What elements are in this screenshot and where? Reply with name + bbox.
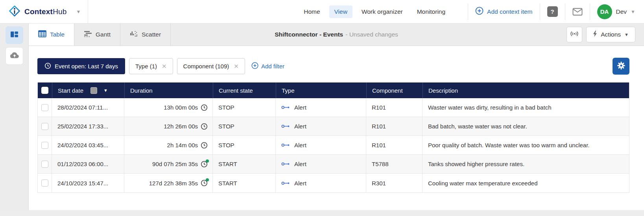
mail-icon[interactable] (572, 8, 583, 16)
top-bar: ContextHub ▼ Home View Work organizer Mo… (0, 0, 644, 24)
filter-bar: Event open: Last 7 days Type (1) ✕ Compo… (37, 58, 629, 75)
event-type-icon (281, 123, 290, 130)
row-checkbox[interactable] (41, 104, 48, 111)
clock-icon (201, 104, 208, 111)
cell-component: R101 (366, 98, 423, 117)
table-row[interactable]: 24/10/2023 15:47... 127d 22h 38m 35s STA… (38, 174, 629, 192)
user-name: Dev (616, 8, 627, 15)
cell-component: T5788 (366, 155, 423, 173)
broadcast-button[interactable] (566, 27, 582, 42)
row-checkbox[interactable] (41, 179, 48, 187)
divider (565, 4, 565, 20)
nav-home[interactable]: Home (299, 5, 325, 18)
cell-type: Alert (276, 136, 366, 154)
cell-current-state: START (213, 174, 276, 192)
cell-current-state: START (213, 155, 276, 173)
table-icon (38, 30, 46, 39)
row-checkbox[interactable] (41, 161, 48, 168)
dashboard-layout-button[interactable] (6, 26, 23, 44)
table-settings-button[interactable] (613, 58, 629, 75)
running-indicator (206, 178, 209, 181)
cloud-upload-button[interactable] (6, 47, 23, 65)
event-type-icon (281, 142, 290, 148)
plus-circle-icon (475, 7, 483, 16)
clock-icon (201, 142, 208, 149)
scatter-icon (130, 30, 138, 39)
nav-view[interactable]: View (329, 5, 352, 18)
left-rail (0, 24, 29, 210)
column-current-state[interactable]: Current state (213, 82, 276, 98)
gantt-icon (84, 30, 92, 39)
close-icon[interactable]: ✕ (234, 63, 239, 70)
filter-chip-type[interactable]: Type (1) ✕ (129, 58, 173, 74)
add-context-item-button[interactable]: Add context item (475, 7, 532, 16)
cell-description: Cooling water max temperature exceeded (423, 174, 629, 192)
actions-button[interactable]: Actions ▼ (586, 27, 635, 42)
table-row[interactable]: 25/02/2024 17:33... 12h 26m 00s STOP Ale… (38, 117, 629, 136)
main-content: Event open: Last 7 days Type (1) ✕ Compo… (29, 46, 644, 210)
event-type-icon (281, 180, 290, 187)
tab-gantt[interactable]: Gantt (74, 24, 120, 46)
column-component[interactable]: Component (366, 82, 423, 98)
cell-duration: 13h 00m 00s (124, 98, 213, 117)
sort-desc-icon[interactable]: ▼ (103, 88, 108, 93)
broadcast-icon (570, 31, 579, 38)
cell-type: Alert (276, 98, 366, 117)
column-start-date[interactable]: Start date ▼ (52, 82, 124, 98)
table-row[interactable]: 24/02/2024 03:45... 2h 14m 00s STOP Aler… (38, 136, 629, 155)
cell-description: Poor quality of batch. Waste water was t… (423, 136, 629, 154)
event-type-icon (281, 104, 290, 111)
gear-icon (617, 61, 626, 71)
column-description[interactable]: Description (423, 82, 629, 98)
cell-component: R301 (366, 174, 423, 192)
cell-description: Waster water was dirty, resulting in a b… (423, 98, 629, 117)
logo[interactable]: ContextHub ▼ (9, 5, 81, 18)
cell-start-date: 24/02/2024 03:45... (52, 136, 124, 154)
cell-type: Alert (276, 155, 366, 173)
cell-duration: 127d 22h 38m 35s (124, 174, 213, 192)
events-table: Start date ▼ Duration Current state Type… (37, 82, 629, 193)
select-all-checkbox[interactable] (41, 87, 48, 94)
cell-type: Alert (276, 117, 366, 135)
avatar: DA (597, 4, 612, 19)
main-nav: Home View Work organizer Monitoring (299, 5, 450, 18)
clock-icon (201, 179, 208, 187)
divider (590, 4, 590, 20)
chevron-down-icon: ▼ (631, 9, 635, 15)
filter-chip-component[interactable]: Component (109) ✕ (177, 58, 245, 74)
user-menu[interactable]: DA Dev ▼ (597, 4, 635, 19)
workspace-caret-icon[interactable]: ▼ (76, 9, 81, 15)
dashboard-icon (10, 30, 18, 40)
cell-current-state: STOP (213, 98, 276, 117)
view-toolbar: Table Gantt Scatter Shiftconnector - Eve… (29, 24, 644, 46)
divider (88, 0, 88, 24)
divider (468, 4, 468, 20)
contexthub-logo-icon (9, 5, 20, 18)
event-type-icon (281, 161, 290, 167)
clock-icon (201, 123, 208, 130)
row-checkbox[interactable] (41, 123, 48, 130)
column-type[interactable]: Type (276, 82, 366, 98)
cell-description: Bad batch, waste water was not clear. (423, 117, 629, 135)
start-date-filter-box[interactable] (90, 87, 97, 94)
table-body: 28/02/2024 07:11... 13h 00m 00s STOP Ale… (38, 98, 629, 192)
nav-work-organizer[interactable]: Work organizer (356, 5, 408, 18)
cell-start-date: 01/12/2023 06:00... (52, 155, 124, 173)
tab-scatter[interactable]: Scatter (120, 24, 171, 46)
help-icon[interactable]: ? (547, 6, 558, 17)
cell-current-state: STOP (213, 136, 276, 154)
nav-monitoring[interactable]: Monitoring (412, 5, 450, 18)
table-row[interactable]: 28/02/2024 07:11... 13h 00m 00s STOP Ale… (38, 98, 629, 117)
divider (540, 4, 540, 20)
clock-icon (201, 161, 208, 168)
table-row[interactable]: 01/12/2023 06:00... 90d 07h 25m 35s STAR… (38, 155, 629, 174)
tab-table[interactable]: Table (29, 24, 74, 46)
cell-start-date: 25/02/2024 17:33... (52, 117, 124, 135)
add-filter-button[interactable]: Add filter (251, 62, 284, 70)
clock-icon (44, 62, 51, 70)
column-duration[interactable]: Duration (124, 82, 213, 98)
cell-description: Tanks showed higher pressure rates. (423, 155, 629, 173)
filter-chip-event-open[interactable]: Event open: Last 7 days (37, 58, 125, 74)
row-checkbox[interactable] (41, 142, 48, 149)
close-icon[interactable]: ✕ (162, 63, 167, 70)
